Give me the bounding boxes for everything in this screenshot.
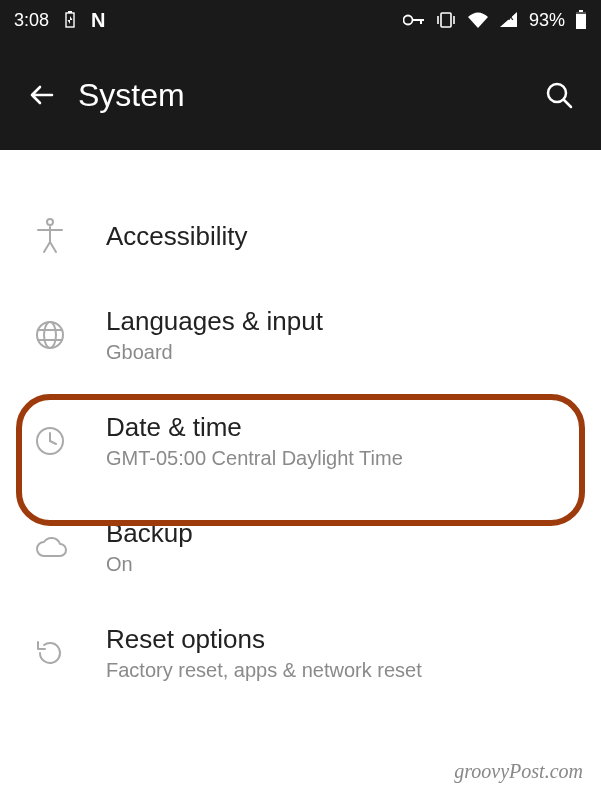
- watermark: groovyPost.com: [454, 760, 583, 783]
- header-bar: System: [0, 40, 601, 150]
- svg-rect-10: [576, 12, 586, 29]
- svg-line-18: [50, 242, 56, 252]
- key-icon: [403, 13, 425, 27]
- status-bar: 3:08 N x 93%: [0, 0, 601, 40]
- list-item-title: Backup: [106, 518, 193, 549]
- list-item-title: Languages & input: [106, 306, 323, 337]
- settings-list: Accessibility Languages & input Gboard D…: [0, 150, 601, 706]
- cloud-icon: [34, 534, 78, 560]
- list-item-date-time[interactable]: Date & time GMT-05:00 Central Daylight T…: [0, 388, 601, 494]
- list-item-languages[interactable]: Languages & input Gboard: [0, 282, 601, 388]
- search-button[interactable]: [537, 73, 581, 117]
- svg-rect-1: [68, 11, 72, 13]
- accessibility-icon: [34, 218, 78, 254]
- list-item-subtitle: Factory reset, apps & network reset: [106, 659, 422, 682]
- svg-rect-3: [412, 19, 424, 21]
- wifi-icon: [467, 11, 489, 29]
- svg-text:x: x: [508, 11, 514, 22]
- list-item-subtitle: Gboard: [106, 341, 323, 364]
- list-item-title: Date & time: [106, 412, 403, 443]
- list-item-reset[interactable]: Reset options Factory reset, apps & netw…: [0, 600, 601, 706]
- list-item-subtitle: GMT-05:00 Central Daylight Time: [106, 447, 403, 470]
- list-item-accessibility[interactable]: Accessibility: [0, 190, 601, 282]
- back-button[interactable]: [20, 73, 64, 117]
- svg-point-20: [44, 322, 56, 348]
- status-time: 3:08: [14, 10, 49, 31]
- list-item-subtitle: On: [106, 553, 193, 576]
- vibrate-icon: [435, 11, 457, 29]
- list-item-title: Accessibility: [106, 221, 248, 252]
- netflix-icon: N: [91, 9, 105, 32]
- svg-point-19: [37, 322, 63, 348]
- reset-icon: [34, 637, 78, 669]
- page-title: System: [78, 77, 537, 114]
- svg-rect-11: [576, 12, 586, 14]
- svg-rect-4: [420, 19, 422, 24]
- svg-rect-5: [441, 13, 451, 27]
- battery-percent: 93%: [529, 10, 565, 31]
- battery-saver-icon: [63, 11, 77, 29]
- battery-icon: [575, 10, 587, 30]
- list-item-backup[interactable]: Backup On: [0, 494, 601, 600]
- signal-icon: x: [499, 11, 519, 29]
- svg-line-13: [564, 100, 571, 107]
- svg-rect-9: [579, 10, 583, 12]
- svg-line-25: [50, 441, 56, 444]
- globe-icon: [34, 319, 78, 351]
- svg-point-2: [403, 16, 412, 25]
- svg-line-17: [44, 242, 50, 252]
- clock-icon: [34, 425, 78, 457]
- list-item-title: Reset options: [106, 624, 422, 655]
- svg-point-14: [47, 219, 53, 225]
